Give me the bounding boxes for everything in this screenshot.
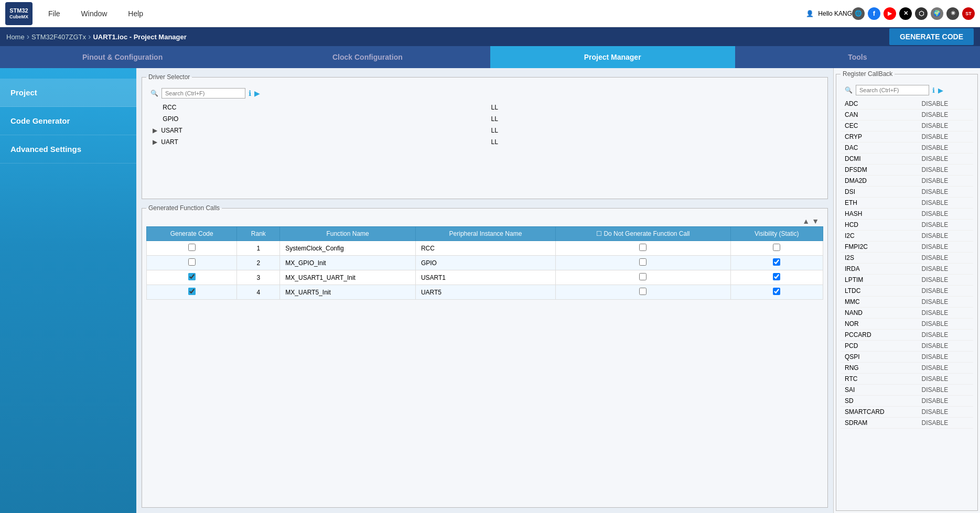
register-status: DISABLE	[918, 110, 973, 121]
tab-clock-config[interactable]: Clock Configuration	[245, 46, 490, 68]
driver-table-row[interactable]: ▶ USART LL	[146, 125, 823, 136]
register-name: MMC	[841, 297, 918, 308]
register-search-input[interactable]	[856, 85, 929, 95]
visibility-checkbox[interactable]	[773, 258, 780, 266]
register-callback-row[interactable]: RNG DISABLE	[841, 363, 973, 374]
generate-code-button[interactable]: GENERATE CODE	[889, 28, 974, 45]
register-name: HASH	[841, 209, 918, 220]
register-status: DISABLE	[918, 363, 973, 374]
register-callback-panel: Register CallBack 🔍 ℹ ▶ ADC DISABLE CAN …	[833, 68, 980, 513]
register-callback-row[interactable]: DSI DISABLE	[841, 187, 973, 198]
globe-icon[interactable]: 🌐	[852, 7, 865, 20]
visibility-checkbox[interactable]	[773, 244, 780, 251]
website-icon[interactable]: 🌍	[931, 7, 943, 20]
x-twitter-icon[interactable]: ✕	[899, 7, 912, 20]
tab-pinout-config[interactable]: Pinout & Configuration	[0, 46, 245, 68]
tab-tools[interactable]: Tools	[735, 46, 980, 68]
rank-cell: 4	[237, 285, 280, 300]
register-next-icon[interactable]: ▶	[938, 86, 943, 94]
register-callback-row[interactable]: LPTIM DISABLE	[841, 275, 973, 286]
register-callback-row[interactable]: CEC DISABLE	[841, 121, 973, 132]
facebook-icon[interactable]: f	[868, 7, 880, 20]
breadcrumb-device[interactable]: STM32F407ZGTx	[31, 33, 86, 41]
sort-down-button[interactable]: ▼	[812, 217, 819, 225]
do-not-generate-checkbox[interactable]	[639, 244, 647, 251]
do-not-generate-checkbox[interactable]	[639, 258, 647, 266]
register-status: DISABLE	[918, 187, 973, 198]
driver-next-icon[interactable]: ▶	[254, 89, 260, 97]
sidebar-item-advanced-settings[interactable]: Advanced Settings	[0, 135, 136, 163]
register-callback-row[interactable]: ADC DISABLE	[841, 99, 973, 110]
github-icon[interactable]: ⬡	[915, 7, 928, 20]
sidebar-item-project[interactable]: Project	[0, 79, 136, 107]
register-callback-row[interactable]: NAND DISABLE	[841, 308, 973, 319]
register-callback-row[interactable]: HASH DISABLE	[841, 209, 973, 220]
table-row: 3 MX_USART1_UART_Init USART1	[147, 270, 823, 285]
generate-code-checkbox[interactable]	[188, 288, 196, 295]
do-not-generate-checkbox[interactable]	[639, 288, 647, 295]
col-do-not-generate: ☐ Do Not Generate Function Call	[556, 227, 731, 241]
register-callback-row[interactable]: SAI DISABLE	[841, 385, 973, 396]
table-row: 1 SystemClock_Config RCC	[147, 241, 823, 256]
peripheral-instance-cell: USART1	[415, 270, 555, 285]
generate-code-checkbox[interactable]	[188, 244, 196, 251]
driver-table-row[interactable]: RCC LL	[146, 102, 823, 113]
register-callback-row[interactable]: DMA2D DISABLE	[841, 176, 973, 187]
st-icon[interactable]: ST	[962, 7, 975, 20]
logo-area[interactable]: STM32 CubeMX	[5, 2, 33, 25]
generate-code-checkbox[interactable]	[188, 273, 196, 280]
tree-toggle[interactable]: ▶	[153, 127, 159, 134]
register-callback-row[interactable]: PCCARD DISABLE	[841, 330, 973, 341]
register-callback-row[interactable]: PCD DISABLE	[841, 341, 973, 352]
register-callback-row[interactable]: IRDA DISABLE	[841, 264, 973, 275]
sidebar-item-code-generator[interactable]: Code Generator	[0, 107, 136, 135]
visibility-checkbox[interactable]	[773, 273, 780, 280]
register-callback-row[interactable]: LTDC DISABLE	[841, 286, 973, 297]
register-info-icon[interactable]: ℹ	[932, 86, 935, 94]
youtube-icon[interactable]: ▶	[884, 7, 896, 20]
register-callback-row[interactable]: I2C DISABLE	[841, 231, 973, 242]
register-callback-row[interactable]: CAN DISABLE	[841, 110, 973, 121]
driver-info-icon[interactable]: ℹ	[249, 89, 251, 97]
register-callback-row[interactable]: DFSDM DISABLE	[841, 165, 973, 176]
register-callback-row[interactable]: CRYP DISABLE	[841, 132, 973, 143]
register-callback-row[interactable]: I2S DISABLE	[841, 253, 973, 264]
register-status: DISABLE	[918, 286, 973, 297]
register-callback-row[interactable]: HCD DISABLE	[841, 220, 973, 231]
driver-table-row[interactable]: ▶ UART LL	[146, 136, 823, 148]
driver-table-row[interactable]: GPIO LL	[146, 113, 823, 125]
driver-search-input[interactable]	[161, 88, 245, 99]
network-icon[interactable]: ✳	[946, 7, 959, 20]
register-name: DMA2D	[841, 176, 918, 187]
breadcrumb-file[interactable]: UART1.ioc - Project Manager	[93, 33, 186, 41]
tree-toggle[interactable]: ▶	[153, 138, 159, 146]
register-callback-row[interactable]: SMARTCARD DISABLE	[841, 407, 973, 418]
sort-up-button[interactable]: ▲	[802, 217, 810, 225]
menu-file[interactable]: File	[48, 9, 60, 18]
tab-project-manager[interactable]: Project Manager	[490, 46, 735, 68]
register-callback-row[interactable]: DAC DISABLE	[841, 143, 973, 154]
functions-table: Generate Code Rank Function Name Periphe…	[146, 226, 823, 300]
register-callback-row[interactable]: FMPI2C DISABLE	[841, 242, 973, 253]
register-callback-row[interactable]: SD DISABLE	[841, 396, 973, 407]
driver-type: LL	[485, 136, 824, 148]
generate-code-checkbox[interactable]	[188, 258, 196, 266]
register-callback-row[interactable]: MMC DISABLE	[841, 297, 973, 308]
register-callback-row[interactable]: ETH DISABLE	[841, 198, 973, 209]
register-callback-row[interactable]: NOR DISABLE	[841, 319, 973, 330]
register-status: DISABLE	[918, 341, 973, 352]
register-status: DISABLE	[918, 121, 973, 132]
register-callback-row[interactable]: QSPI DISABLE	[841, 352, 973, 363]
visibility-checkbox[interactable]	[773, 288, 780, 295]
register-callback-row[interactable]: SDRAM DISABLE	[841, 418, 973, 429]
register-callback-row[interactable]: RTC DISABLE	[841, 374, 973, 385]
register-callback-row[interactable]: DCMI DISABLE	[841, 154, 973, 165]
menu-help[interactable]: Help	[128, 9, 143, 18]
user-area: 👤 Hello KANG	[806, 10, 852, 17]
do-not-generate-checkbox[interactable]	[639, 273, 647, 280]
menu-window[interactable]: Window	[81, 9, 107, 18]
breadcrumb-sep-2: ›	[88, 32, 91, 41]
breadcrumb-home[interactable]: Home	[6, 33, 25, 41]
register-name: SD	[841, 396, 918, 407]
gen-functions-legend: Generated Function Calls	[146, 204, 222, 212]
